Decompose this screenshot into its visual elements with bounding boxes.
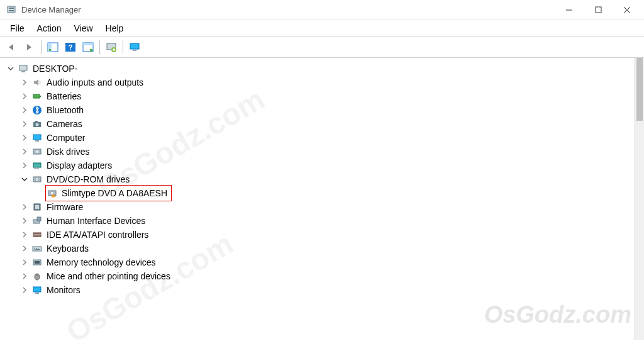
tree-item-mice[interactable]: Mice and other pointing devices	[6, 269, 635, 283]
properties-button[interactable]	[80, 39, 96, 55]
mouse-icon	[31, 271, 43, 282]
hid-icon	[31, 215, 43, 226]
svg-rect-55	[35, 293, 39, 294]
scan-hardware-button[interactable]	[103, 39, 119, 55]
svg-rect-20	[21, 71, 25, 72]
dvd-icon	[31, 174, 43, 185]
tree-item-disk-drives[interactable]: Disk drives	[6, 145, 635, 159]
forward-button[interactable]	[21, 39, 38, 55]
tree-item-label: Human Interface Devices	[47, 214, 145, 228]
keyboard-icon	[31, 243, 43, 254]
chevron-down-icon[interactable]	[6, 64, 15, 73]
device-tree[interactable]: DESKTOP- Audio inputs and outputs Batter…	[0, 58, 635, 340]
camera-icon	[31, 118, 43, 130]
menu-action[interactable]: Action	[31, 22, 68, 35]
menu-file[interactable]: File	[4, 22, 31, 35]
svg-rect-22	[40, 96, 41, 97]
speaker-icon	[31, 77, 43, 88]
menu-help[interactable]: Help	[99, 22, 130, 35]
toolbar: ?	[0, 36, 644, 58]
tree-item-memory[interactable]: Memory technology devices	[6, 255, 635, 269]
monitor-icon	[31, 284, 43, 296]
maximize-button[interactable]	[584, 0, 613, 20]
chevron-right-icon[interactable]	[20, 147, 29, 156]
tree-item-computer[interactable]: Computer	[6, 131, 635, 145]
tree-item-display-adapters[interactable]: Display adapters	[6, 159, 635, 172]
chevron-right-icon[interactable]	[20, 286, 29, 294]
toolbar-separator	[99, 40, 100, 54]
display-adapter-icon	[31, 160, 43, 171]
chevron-right-icon[interactable]	[20, 106, 29, 115]
svg-rect-19	[19, 65, 27, 70]
tree-item-label: Disk drives	[47, 145, 89, 159]
svg-rect-9	[49, 49, 51, 51]
chevron-right-icon[interactable]	[20, 272, 29, 281]
tree-root-label: DESKTOP-	[33, 62, 77, 75]
svg-rect-32	[34, 168, 39, 169]
tree-item-label: IDE ATA/ATAPI controllers	[47, 228, 148, 242]
tree-item-hid[interactable]: Human Interface Devices	[6, 214, 635, 228]
chevron-right-icon[interactable]	[20, 92, 29, 101]
tree-item-cameras[interactable]: Cameras	[6, 117, 635, 131]
svg-rect-2	[9, 10, 14, 11]
svg-rect-13	[83, 43, 93, 45]
tree-item-audio[interactable]: Audio inputs and outputs	[6, 75, 635, 89]
chevron-right-icon[interactable]	[20, 258, 29, 267]
svg-rect-42	[37, 217, 41, 221]
back-button[interactable]	[4, 39, 20, 55]
tree-item-dvd-child[interactable]: ! Slimtype DVD A DA8AESH	[6, 186, 635, 200]
tree-item-ide[interactable]: IDE ATA/ATAPI controllers	[6, 228, 635, 242]
tree-root[interactable]: DESKTOP-	[6, 62, 635, 75]
chevron-right-icon[interactable]	[20, 216, 29, 225]
chevron-right-icon[interactable]	[20, 133, 29, 142]
tree-item-monitors[interactable]: Monitors	[6, 283, 635, 297]
minimize-button[interactable]	[555, 0, 584, 20]
memory-icon	[31, 257, 43, 268]
svg-text:?: ?	[69, 43, 73, 51]
chevron-right-icon[interactable]	[20, 230, 29, 239]
tree-item-label: Keyboards	[47, 242, 89, 255]
computer-icon	[18, 63, 29, 74]
tree-item-label: Batteries	[47, 89, 81, 103]
chevron-right-icon[interactable]	[20, 203, 29, 211]
toolbar-separator	[41, 40, 42, 54]
tree-item-label: Memory technology devices	[47, 255, 156, 269]
tree-item-bluetooth[interactable]: Bluetooth	[6, 103, 635, 117]
chevron-right-icon[interactable]	[20, 78, 29, 87]
close-button[interactable]	[613, 0, 641, 20]
help-button[interactable]: ?	[62, 39, 79, 55]
chevron-right-icon[interactable]	[20, 161, 29, 170]
tree-item-batteries[interactable]: Batteries	[6, 89, 635, 103]
monitor-button[interactable]	[126, 39, 143, 55]
show-hide-tree-button[interactable]	[45, 39, 61, 55]
firmware-icon	[31, 201, 43, 213]
vertical-scrollbar[interactable]	[635, 58, 644, 340]
chevron-right-icon[interactable]	[20, 244, 29, 253]
svg-rect-27	[33, 135, 41, 140]
menu-view[interactable]: View	[67, 22, 99, 35]
ide-icon	[31, 229, 43, 240]
window-controls	[555, 0, 641, 20]
tree-item-firmware[interactable]: Firmware	[6, 200, 635, 214]
chevron-right-icon[interactable]	[20, 120, 29, 128]
chevron-down-icon[interactable]	[20, 175, 29, 184]
svg-rect-51	[35, 261, 40, 264]
svg-rect-47	[36, 248, 37, 249]
svg-rect-1	[9, 8, 14, 9]
svg-rect-48	[38, 248, 39, 249]
tree-item-label: Audio inputs and outputs	[47, 75, 143, 89]
disk-icon	[31, 146, 43, 157]
svg-rect-0	[8, 6, 15, 13]
titlebar: Device Manager	[0, 0, 644, 20]
svg-rect-14	[90, 49, 92, 52]
tree-item-keyboards[interactable]: Keyboards	[6, 242, 635, 255]
tree-item-label: Mice and other pointing devices	[47, 269, 170, 283]
window-title: Device Manager	[21, 5, 81, 14]
computer-icon	[31, 132, 43, 143]
svg-rect-40	[35, 205, 39, 209]
tree-item-dvd[interactable]: DVD/CD-ROM drives	[6, 172, 635, 186]
svg-rect-17	[130, 43, 139, 49]
svg-point-35	[36, 179, 38, 180]
dvd-warning-icon: !	[47, 187, 58, 199]
toolbar-separator	[123, 40, 123, 54]
